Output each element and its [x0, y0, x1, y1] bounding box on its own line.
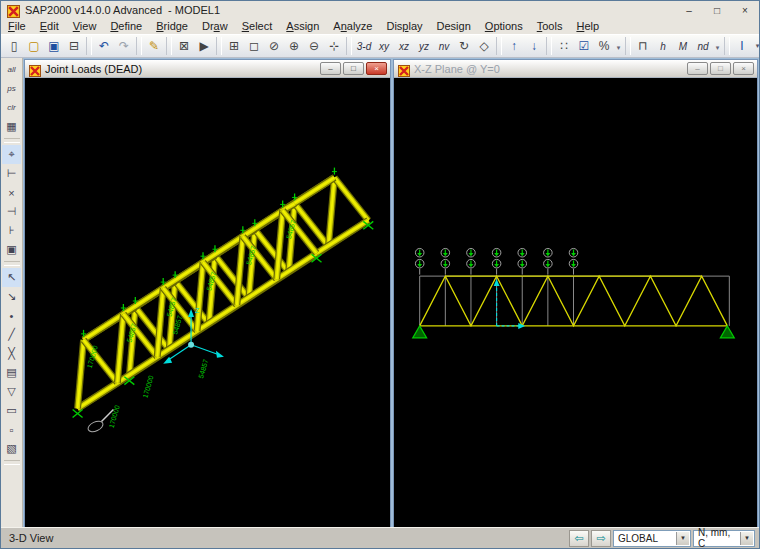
units-select[interactable]: N, mm, C ▼ [693, 530, 755, 547]
view-3d-button[interactable]: 3-d [354, 36, 374, 56]
next-view-button[interactable]: ⇨ [591, 530, 611, 547]
down-arrow-button[interactable]: ↓ [524, 36, 544, 56]
menu-analyze[interactable]: Analyze [326, 19, 379, 34]
save-button[interactable]: ▣ [44, 36, 64, 56]
restore-full-view-button[interactable]: ◻ [244, 36, 264, 56]
percent-button[interactable]: % [594, 36, 614, 56]
coordinate-system-select[interactable]: GLOBAL ▼ [613, 530, 691, 547]
assign-frame-section-caret[interactable]: ▾ [752, 36, 760, 56]
nd-button[interactable]: nd [693, 36, 713, 56]
open-file-button[interactable]: ▢ [24, 36, 44, 56]
menu-file[interactable]: File [1, 19, 33, 34]
minimize-button[interactable]: – [675, 1, 703, 19]
snap-to-frames-button[interactable]: ⊢ [2, 164, 21, 183]
toolbar-overflow[interactable]: ▾ [614, 36, 623, 56]
view-3d-client[interactable]: 1700005485754857548575485754857548571700… [25, 78, 390, 527]
menu-draw[interactable]: Draw [195, 19, 235, 34]
menu-bar: FileEditViewDefineBridgeDrawSelectAssign… [1, 19, 759, 34]
frame-m-button[interactable]: M [673, 36, 693, 56]
view-xz-button[interactable]: xz [394, 36, 414, 56]
menu-design[interactable]: Design [430, 19, 478, 34]
menu-options[interactable]: Options [478, 19, 530, 34]
down-arrow-icon [443, 253, 448, 256]
select-all-button[interactable]: all [2, 60, 21, 79]
zoom-out-button[interactable]: ⊖ [304, 36, 324, 56]
run-analysis-button[interactable]: ▶ [194, 36, 214, 56]
support-markers [413, 326, 735, 338]
joint-loads-titlebar[interactable]: Joint Loads (DEAD) – □ × [25, 60, 390, 78]
child-minimize-button[interactable]: – [687, 62, 708, 75]
quick-draw-area-button[interactable]: ▫ [2, 420, 21, 439]
view-nv-button[interactable]: nv [434, 36, 454, 56]
snap-to-ends-button[interactable]: ⊦ [2, 221, 21, 240]
lock-model-button[interactable]: ⊠ [174, 36, 194, 56]
menu-select[interactable]: Select [235, 19, 280, 34]
draw-rect-area-button[interactable]: ▭ [2, 401, 21, 420]
pin-support-icon [720, 326, 734, 338]
assign-frame-section-button[interactable]: I [732, 36, 752, 56]
separator [166, 37, 172, 55]
joint-load-symbols [415, 248, 577, 274]
undo-button[interactable]: ↶ [94, 36, 114, 56]
new-model-button[interactable]: ▯ [4, 36, 24, 56]
separator [546, 37, 552, 55]
snap-to-midpoints-button[interactable]: ⊣ [2, 202, 21, 221]
perspective-toggle-button[interactable]: ◇ [474, 36, 494, 56]
previous-selection-button[interactable]: ps [2, 79, 21, 98]
menu-tools[interactable]: Tools [530, 19, 570, 34]
menu-define[interactable]: Define [103, 19, 149, 34]
down-arrow-icon [417, 264, 422, 267]
pan-button[interactable]: ⊹ [324, 36, 344, 56]
child-restore-button[interactable]: □ [343, 62, 364, 75]
down-arrow-icon [520, 253, 525, 256]
pointer-select-button[interactable]: ↖ [2, 268, 21, 287]
toolbar-overflow[interactable]: ▾ [713, 36, 722, 56]
clear-selection-button[interactable]: clr [2, 98, 21, 117]
menu-bridge[interactable]: Bridge [149, 19, 195, 34]
previous-view-button[interactable]: ⇦ [569, 530, 589, 547]
child-close-button[interactable]: × [733, 62, 754, 75]
down-arrow-icon [545, 253, 550, 256]
view-xy-button[interactable]: xy [374, 36, 394, 56]
menu-assign[interactable]: Assign [279, 19, 326, 34]
draw-frame-button[interactable]: ╱ [2, 325, 21, 344]
redo-button[interactable]: ↷ [114, 36, 134, 56]
snap-to-grid-button[interactable]: ▣ [2, 240, 21, 259]
app-logo-icon [7, 4, 20, 16]
child-minimize-button[interactable]: – [320, 62, 341, 75]
intersecting-select-button[interactable]: ▦ [2, 117, 21, 136]
menu-view[interactable]: View [66, 19, 104, 34]
draw-poly-area-button[interactable]: ▽ [2, 382, 21, 401]
down-arrow-icon [469, 253, 474, 256]
joint-load-label: 170000 [142, 374, 155, 398]
zoom-in-button[interactable]: ⊕ [284, 36, 304, 56]
menu-help[interactable]: Help [569, 19, 606, 34]
frame-pi-button[interactable]: ⊓ [633, 36, 653, 56]
draw-quad-button[interactable]: ▤ [2, 363, 21, 382]
child-restore-button[interactable]: □ [710, 62, 731, 75]
draw-solid-button[interactable]: ▧ [2, 439, 21, 458]
refresh-window-button[interactable]: ✎ [144, 36, 164, 56]
snap-to-joints-button[interactable]: ⌖ [2, 145, 21, 164]
child-close-button[interactable]: × [366, 62, 387, 75]
view-yz-button[interactable]: yz [414, 36, 434, 56]
print-button[interactable]: ⊟ [64, 36, 84, 56]
frame-h-button[interactable]: h [653, 36, 673, 56]
maximize-button[interactable]: □ [703, 1, 731, 19]
rubber-band-zoom-button[interactable]: ⊞ [224, 36, 244, 56]
set-display-options-button[interactable]: ☑ [574, 36, 594, 56]
menu-display[interactable]: Display [379, 19, 429, 34]
reshape-object-button[interactable]: ↘ [2, 287, 21, 306]
snap-to-intersections-button[interactable]: × [2, 183, 21, 202]
grid-lines [420, 276, 730, 326]
view-2d-client[interactable] [394, 78, 757, 527]
quick-draw-frame-button[interactable]: ╳ [2, 344, 21, 363]
menu-edit[interactable]: Edit [33, 19, 66, 34]
close-button[interactable]: × [731, 1, 759, 19]
up-arrow-button[interactable]: ↑ [504, 36, 524, 56]
restore-previous-zoom-button[interactable]: ⊘ [264, 36, 284, 56]
draw-joint-button[interactable]: • [2, 306, 21, 325]
object-shrink-toggle-button[interactable]: ∷ [554, 36, 574, 56]
rotate-3d-view-button[interactable]: ↻ [454, 36, 474, 56]
xz-plane-titlebar[interactable]: X-Z Plane @ Y=0 – □ × [394, 60, 757, 78]
